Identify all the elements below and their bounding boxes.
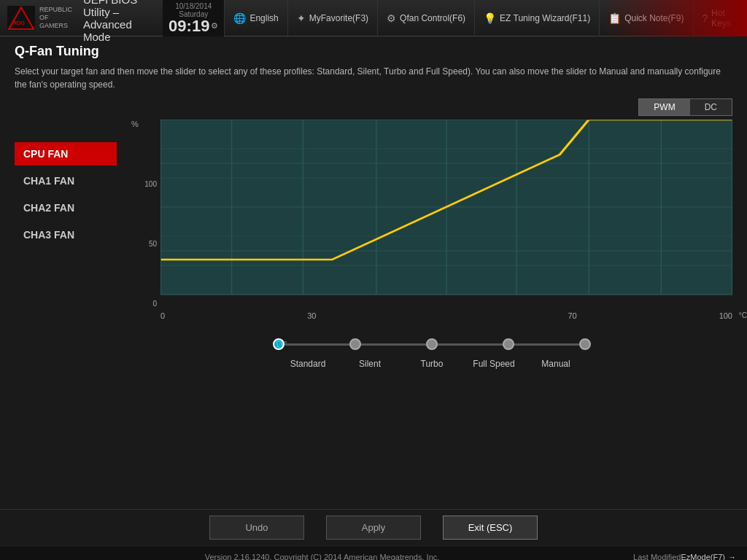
arrow-right-icon: → <box>728 553 736 561</box>
x-label-0: 0 <box>160 311 165 320</box>
pwm-dc-toggle[interactable]: PWM DC <box>638 98 732 116</box>
fan-item-cpu[interactable]: CPU FAN <box>15 142 117 166</box>
slider-label-manual: Manual <box>527 359 585 369</box>
nav-eztuning[interactable]: 💡 EZ Tuning Wizard(F11) <box>475 0 600 36</box>
nav-myfavorite[interactable]: ✦ MyFavorite(F3) <box>288 0 378 36</box>
apply-button[interactable]: Apply <box>326 516 421 540</box>
pwm-button[interactable]: PWM <box>639 99 689 115</box>
version-text: Version 2.16.1240. Copyright (C) 2014 Am… <box>11 553 633 561</box>
nav-language-label: English <box>249 13 278 23</box>
slider-dot-turbo[interactable] <box>426 338 438 350</box>
nav-qfan-label: Qfan Control(F6) <box>400 13 465 23</box>
svg-rect-0 <box>7 6 35 31</box>
slider-label-fullspeed: Full Speed <box>465 359 523 369</box>
ez-mode-label: EzMode(F7) <box>681 553 725 561</box>
help-icon: ? <box>703 12 708 24</box>
top-nav: 🌐 English ✦ MyFavorite(F3) ⚙ Qfan Contro… <box>225 0 740 36</box>
y-axis-100: 100 <box>144 180 157 188</box>
bios-title: UEFI BIOS Utility – Advanced Mode <box>83 0 148 43</box>
datetime-area: 10/18/2014 Saturday 09:19 ⚙ <box>163 0 225 36</box>
page-title: Q-Fan Tuning <box>15 44 732 59</box>
main-content: Q-Fan Tuning Select your target fan and … <box>0 36 747 509</box>
y-axis: % 100 50 0 <box>131 120 157 322</box>
section-description: Select your target fan and then move the… <box>15 65 732 91</box>
slider-dot-standard[interactable] <box>273 338 285 350</box>
nav-quicknote-label: Quick Note(F9) <box>624 13 684 23</box>
exit-button[interactable]: Exit (ESC) <box>443 516 538 540</box>
slider-labels: Standard Silent Turbo Full Speed Manual <box>279 359 585 369</box>
time-display: 09:19 <box>169 18 209 34</box>
x-label-70: 70 <box>568 311 576 320</box>
y-axis-50: 50 <box>149 240 157 248</box>
fan-item-cha2[interactable]: CHA2 FAN <box>15 196 117 219</box>
slider-label-silent: Silent <box>341 359 399 369</box>
nav-hotkeys-label: Hot Keys <box>711 8 731 28</box>
slider-label-standard: Standard <box>279 359 337 369</box>
date-label: 10/18/2014 <box>175 2 212 10</box>
nav-eztuning-label: EZ Tuning Wizard(F11) <box>500 13 590 23</box>
slider-label-turbo: Turbo <box>403 359 461 369</box>
fan-speed-chart <box>160 120 732 309</box>
settings-icon[interactable]: ⚙ <box>211 21 218 31</box>
logo-area: ROG REPUBLICOFGAMERS <box>7 6 72 31</box>
y-axis-0: 0 <box>152 300 157 308</box>
fan-icon: ⚙ <box>387 12 396 24</box>
nav-quicknote[interactable]: 📋 Quick Note(F9) <box>600 0 693 36</box>
star-icon: ✦ <box>297 12 306 24</box>
svg-text:ROG: ROG <box>13 20 26 26</box>
fan-item-cha1[interactable]: CHA1 FAN <box>15 169 117 192</box>
x-axis-unit: °C <box>739 311 747 319</box>
wizard-icon: 💡 <box>484 12 496 24</box>
chart-wrapper: % 100 50 0 <box>131 120 732 322</box>
x-label-30: 30 <box>307 311 316 320</box>
globe-icon: 🌐 <box>233 12 246 24</box>
fan-list: CPU FAN CHA1 FAN CHA2 FAN CHA3 FAN <box>15 98 117 502</box>
undo-button[interactable]: Undo <box>209 516 304 540</box>
profile-slider-section: ☞ Standard Silent Turbo Full Speed Manua… <box>131 333 732 369</box>
slider-track-container[interactable]: ☞ <box>279 333 585 355</box>
fan-item-cha3[interactable]: CHA3 FAN <box>15 223 117 246</box>
button-bar: Undo Apply Exit (ESC) <box>0 509 747 545</box>
nav-hotkeys[interactable]: ? Hot Keys <box>694 0 740 36</box>
dc-button[interactable]: DC <box>690 99 732 115</box>
note-icon: 📋 <box>608 12 621 24</box>
nav-qfan[interactable]: ⚙ Qfan Control(F6) <box>378 0 475 36</box>
nav-language[interactable]: 🌐 English <box>225 0 287 36</box>
content-area: CPU FAN CHA1 FAN CHA2 FAN CHA3 FAN PWM D… <box>15 98 732 502</box>
chart-area: 0 30 70 100 °C <box>160 120 732 322</box>
last-modified-label: Last Modified <box>633 553 681 561</box>
rog-brand-text: REPUBLICOFGAMERS <box>39 6 72 29</box>
statusbar: Version 2.16.1240. Copyright (C) 2014 Am… <box>0 545 747 560</box>
x-label-100: 100 <box>719 311 732 320</box>
rog-logo: ROG <box>7 6 35 31</box>
slider-dot-fullspeed[interactable] <box>503 338 514 350</box>
topbar: ROG REPUBLICOFGAMERS UEFI BIOS Utility –… <box>0 0 747 36</box>
nav-myfavorite-label: MyFavorite(F3) <box>309 13 368 23</box>
chart-container: PWM DC % 100 50 0 <box>131 98 732 502</box>
ez-mode-button[interactable]: EzMode(F7) → <box>681 553 736 561</box>
slider-dot-silent[interactable] <box>349 338 361 350</box>
y-axis-unit: % <box>131 120 141 128</box>
slider-dot-manual[interactable] <box>579 338 591 350</box>
